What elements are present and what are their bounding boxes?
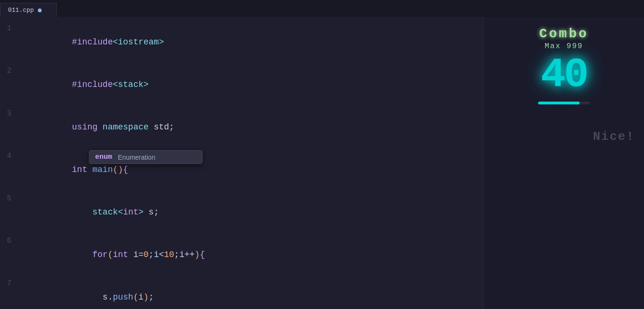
line-code-6: for(int i=0;i<10;i++){: [21, 233, 205, 276]
code-editor[interactable]: 1 #include<iostream> 2 #include<stack> 3…: [0, 17, 483, 309]
token-func: push: [113, 292, 133, 302]
token-angle: <stack>: [113, 80, 149, 89]
token-var: i: [139, 292, 144, 302]
line-num-1: 1: [0, 21, 21, 35]
max-label: Max 999: [545, 42, 583, 51]
code-line-6: 6 for(int i=0;i<10;i++){: [0, 233, 483, 276]
progress-bar-fill: [538, 102, 580, 104]
tab-bar: 011.cpp: [0, 0, 644, 17]
token-brace: {: [200, 250, 205, 259]
token-paren: (: [133, 292, 139, 302]
token-dot: .: [108, 292, 113, 302]
token-var: s: [103, 292, 108, 302]
code-line-1: 1 #include<iostream>: [0, 21, 483, 63]
token-angle: <iostream>: [113, 37, 164, 47]
token-space: [97, 122, 103, 132]
tab-filename: 011.cpp: [8, 7, 34, 14]
code-line-5: 5 stack<int> s;: [0, 191, 483, 233]
line-code-7: s.push(i);: [21, 276, 154, 309]
token-op: <: [118, 207, 123, 217]
token-preprocessor: #include: [72, 37, 113, 47]
combo-label: Combo: [539, 26, 588, 41]
token-indent: [72, 207, 92, 217]
token-preprocessor: #include: [72, 80, 113, 89]
token-paren: ): [194, 250, 200, 259]
line-code-2: #include<stack>: [21, 63, 149, 106]
line-num-5: 5: [0, 191, 21, 206]
autocomplete-item[interactable]: enum Enumeration: [89, 151, 202, 163]
line-num-3: 3: [0, 106, 21, 120]
token-space: [87, 165, 92, 174]
token-indent: [72, 292, 103, 302]
line-code-1: #include<iostream>: [21, 21, 164, 63]
token-for: for: [92, 250, 107, 259]
code-line-7: 7 s.push(i);: [0, 276, 483, 309]
token-namespace: namespace: [103, 122, 149, 132]
token-keyword: int: [72, 165, 87, 174]
code-line-2: 2 #include<stack>: [0, 63, 483, 106]
line-num-2: 2: [0, 64, 21, 78]
tab-modified-dot: [38, 9, 42, 12]
token-keyword: int: [113, 250, 128, 259]
code-line-4: 4 int main(){: [0, 148, 483, 191]
line-code-3: using namespace std;: [21, 106, 174, 148]
token-plain: ;i<: [149, 250, 164, 259]
token-plain: s;: [143, 207, 159, 217]
token-keyword: using: [72, 122, 97, 132]
token-indent: [72, 250, 92, 259]
token-paren: ): [143, 292, 149, 302]
token-type: stack: [92, 207, 118, 217]
code-lines: 1 #include<iostream> 2 #include<stack> 3…: [0, 21, 483, 309]
autocomplete-dropdown[interactable]: enum Enumeration: [89, 150, 203, 164]
token-number: 10: [164, 250, 175, 259]
token-paren: (): [113, 165, 123, 174]
line-code-5: stack<int> s;: [21, 191, 159, 233]
line-num-6: 6: [0, 234, 21, 248]
token-paren: (: [108, 250, 113, 259]
token-plain: ;i++: [174, 250, 194, 259]
autocomplete-description: Enumeration: [118, 154, 155, 161]
token-space: [149, 122, 154, 132]
token-keyword: int: [123, 207, 138, 217]
autocomplete-keyword: enum: [95, 153, 112, 161]
token-brace: {: [123, 165, 128, 174]
token-op: >: [138, 207, 143, 217]
combo-number: 40: [541, 54, 587, 96]
line-num-4: 4: [0, 149, 21, 163]
token-semi: ;: [169, 122, 174, 132]
main-area: 1 #include<iostream> 2 #include<stack> 3…: [0, 17, 644, 309]
token-number: 0: [143, 250, 149, 259]
game-overlay-panel: Combo Max 999 40 Nice!: [483, 17, 644, 309]
token-semi: ;: [149, 292, 154, 302]
nice-label: Nice!: [593, 129, 635, 144]
token-std: std: [154, 122, 169, 132]
token-func: main: [92, 165, 113, 174]
progress-bar-container: [538, 102, 590, 104]
token-plain: i=: [128, 250, 143, 259]
line-num-7: 7: [0, 276, 21, 291]
code-line-3: 3 using namespace std;: [0, 106, 483, 148]
editor-tab[interactable]: 011.cpp: [0, 3, 57, 17]
